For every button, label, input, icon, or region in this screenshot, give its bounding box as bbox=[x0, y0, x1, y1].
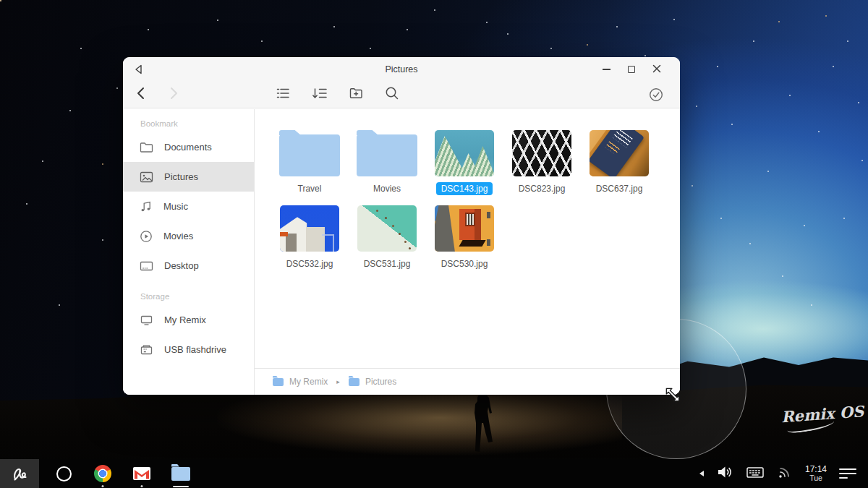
active-indicator-line bbox=[173, 486, 189, 488]
menu-icon[interactable] bbox=[839, 468, 856, 479]
window-title: Pictures bbox=[123, 64, 680, 74]
folder-icon bbox=[273, 378, 284, 386]
resize-cursor-icon bbox=[663, 385, 682, 404]
sort-icon[interactable] bbox=[311, 85, 328, 104]
file-manager-window[interactable]: Pictures bbox=[123, 57, 680, 395]
volume-icon[interactable] bbox=[716, 464, 733, 483]
folder-thumbnail bbox=[279, 134, 340, 176]
taskbar-files-button[interactable] bbox=[166, 459, 195, 488]
sidebar-item-usb-flashdrive[interactable]: USB flashdrive bbox=[123, 335, 254, 364]
file-name: Movies bbox=[368, 182, 406, 195]
image-icon bbox=[140, 171, 153, 183]
sidebar-item-label: Documents bbox=[164, 142, 212, 153]
computer-icon bbox=[140, 314, 153, 326]
nav-forward-icon[interactable] bbox=[168, 86, 179, 103]
sidebar-item-music[interactable]: Music bbox=[123, 192, 254, 221]
play-circle-icon bbox=[140, 230, 153, 243]
maximize-icon[interactable] bbox=[628, 66, 635, 73]
sidebar-item-my-remix[interactable]: My Remix bbox=[123, 305, 254, 335]
breadcrumb: My Remix ▸ Pictures bbox=[255, 368, 680, 395]
new-folder-icon[interactable] bbox=[348, 85, 364, 104]
sidebar-item-movies[interactable]: Movies bbox=[123, 221, 254, 251]
sidebar-item-documents[interactable]: Documents bbox=[123, 132, 254, 162]
sidebar-section-storage: Storage bbox=[123, 281, 254, 305]
usb-drive-icon bbox=[140, 344, 153, 356]
taskbar-chrome-button[interactable] bbox=[88, 459, 117, 488]
sidebar-section-bookmark: Bookmark bbox=[123, 109, 254, 132]
music-note-icon bbox=[140, 200, 153, 213]
file-item-dsc532[interactable]: DSC532.jpg bbox=[276, 204, 343, 270]
file-name-selected: DSC143.jpg bbox=[436, 182, 493, 195]
file-item-dsc143[interactable]: DSC143.jpg bbox=[431, 129, 498, 195]
launcher-circle-icon bbox=[56, 466, 72, 481]
running-indicator-dot bbox=[141, 485, 143, 487]
folder-icon bbox=[140, 142, 153, 153]
sidebar-item-label: My Remix bbox=[164, 314, 206, 325]
keyboard-icon[interactable] bbox=[746, 465, 765, 482]
file-name: DSC531.jpg bbox=[359, 257, 416, 270]
file-name: Travel bbox=[293, 182, 327, 195]
sidebar-item-label: Movies bbox=[163, 231, 193, 241]
file-manager-icon bbox=[171, 467, 190, 481]
list-view-icon[interactable] bbox=[275, 85, 291, 104]
remix-start-button[interactable] bbox=[0, 459, 39, 488]
nav-back-icon[interactable] bbox=[135, 86, 147, 103]
remix-os-desktop: Remix OS Pictures bbox=[0, 0, 868, 488]
file-item-dsc823[interactable]: DSC823.jpg bbox=[509, 129, 575, 195]
image-thumbnail bbox=[435, 130, 494, 176]
image-thumbnail bbox=[280, 205, 339, 252]
signal-icon[interactable] bbox=[777, 465, 793, 482]
taskbar-launcher-button[interactable] bbox=[49, 459, 78, 488]
close-icon[interactable] bbox=[652, 63, 661, 76]
window-toolbar bbox=[123, 81, 680, 108]
sidebar: Bookmark Documents Pictures bbox=[123, 109, 255, 395]
sidebar-item-label: Music bbox=[163, 201, 188, 212]
taskbar-gmail-button[interactable] bbox=[127, 459, 156, 488]
folder-thumbnail bbox=[357, 134, 417, 176]
sidebar-item-desktop[interactable]: Desktop bbox=[123, 251, 254, 281]
breadcrumb-pictures[interactable]: Pictures bbox=[349, 377, 396, 387]
window-titlebar[interactable]: Pictures bbox=[123, 57, 680, 81]
file-item-dsc530[interactable]: DSC530.jpg bbox=[431, 204, 498, 270]
breadcrumb-my-remix[interactable]: My Remix bbox=[273, 377, 328, 387]
file-item-dsc637[interactable]: DSC637.jpg bbox=[586, 129, 652, 195]
image-thumbnail bbox=[435, 205, 494, 252]
image-thumbnail bbox=[512, 130, 571, 176]
person-silhouette bbox=[469, 388, 501, 454]
folder-icon bbox=[349, 378, 359, 386]
file-name: DSC823.jpg bbox=[514, 182, 571, 195]
file-name: DSC530.jpg bbox=[436, 257, 493, 270]
ground-light-glow bbox=[217, 387, 622, 455]
image-thumbnail bbox=[590, 130, 649, 176]
sidebar-item-pictures[interactable]: Pictures bbox=[123, 162, 254, 192]
tray-expand-icon[interactable] bbox=[699, 471, 704, 476]
search-icon[interactable] bbox=[384, 85, 400, 104]
sidebar-item-label: Pictures bbox=[164, 171, 198, 182]
taskbar: 17:14 Tue bbox=[0, 459, 868, 488]
taskbar-clock[interactable]: 17:14 Tue bbox=[805, 465, 827, 482]
desktop-icon bbox=[140, 260, 153, 272]
running-indicator-dot bbox=[102, 485, 104, 487]
file-item-dsc531[interactable]: DSC531.jpg bbox=[354, 204, 420, 270]
gmail-icon bbox=[133, 467, 150, 480]
file-item-movies[interactable]: Movies bbox=[354, 129, 420, 195]
image-thumbnail bbox=[357, 205, 417, 252]
stars-amber bbox=[0, 0, 1, 1]
minimize-icon[interactable] bbox=[603, 69, 610, 70]
file-item-travel[interactable]: Travel bbox=[276, 129, 343, 195]
file-name: DSC637.jpg bbox=[591, 182, 648, 195]
file-name: DSC532.jpg bbox=[281, 257, 339, 270]
breadcrumb-separator-icon: ▸ bbox=[336, 378, 340, 385]
select-check-icon[interactable] bbox=[648, 87, 664, 103]
file-grid: Travel Movies DSC143.jpg DSC823.jpg bbox=[255, 109, 680, 368]
sidebar-item-label: USB flashdrive bbox=[164, 344, 226, 355]
remix-logo-icon bbox=[9, 464, 30, 483]
chrome-icon bbox=[94, 465, 111, 482]
sidebar-item-label: Desktop bbox=[164, 260, 199, 271]
